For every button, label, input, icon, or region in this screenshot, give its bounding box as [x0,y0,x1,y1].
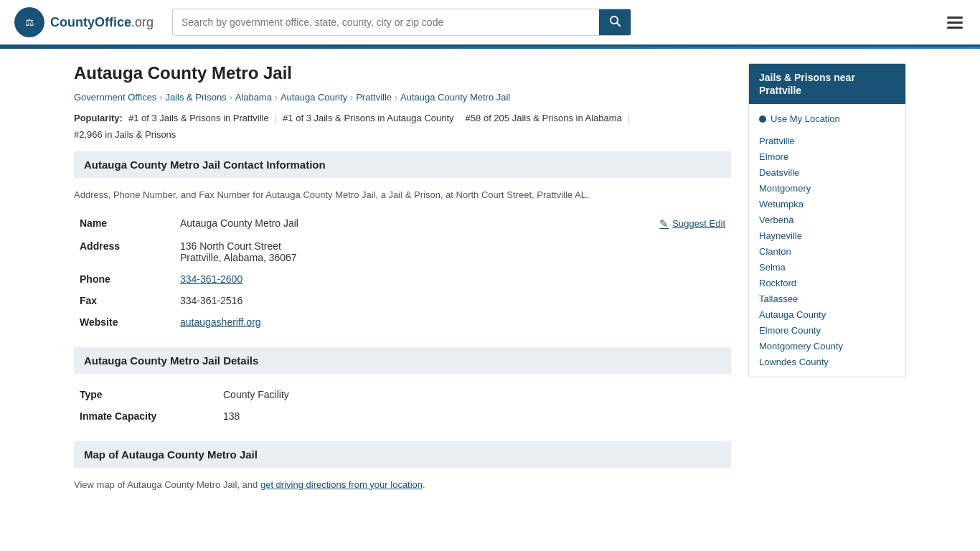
table-row-capacity: Inmate Capacity 138 [74,405,731,427]
sidebar-list: Use My Location Prattville Elmore Deatsv… [749,104,905,377]
sidebar-item-autauga-county: Autauga County [749,306,905,322]
logo-text: CountyOffice.org [50,15,154,30]
header: ⚖ CountyOffice.org [0,0,980,47]
breadcrumb: Government Offices › Jails & Prisons › A… [74,92,731,103]
logo-area: ⚖ CountyOffice.org [14,7,158,37]
sidebar-item-tallassee: Tallassee [749,291,905,306]
map-desc-end: . [423,479,425,490]
table-row-type: Type County Facility [74,384,731,405]
contact-description: Address, Phone Number, and Fax Number fo… [74,188,731,202]
sidebar-item-wetumpka: Wetumpka [749,196,905,212]
capacity-value: 138 [217,405,731,427]
svg-text:⚖: ⚖ [25,17,34,28]
table-row-name: Name Autauga County Metro Jail ✎ Suggest… [74,212,731,235]
logo-icon: ⚖ [14,7,44,37]
menu-button[interactable] [944,14,966,32]
breadcrumb-alabama[interactable]: Alabama [235,92,272,103]
table-row-website: Website autaugasheriff.org [74,311,731,333]
fax-label: Fax [74,290,174,311]
sidebar-item-rockford: Rockford [749,275,905,291]
website-value: autaugasheriff.org [174,311,731,333]
fax-value: 334-361-2516 [174,290,731,311]
popularity-item-3: #2,966 in Jails & Prisons [74,129,176,140]
use-location-link[interactable]: Use My Location [771,113,840,124]
popularity-label: Popularity: [74,113,123,123]
main-content: Autauga County Metro Jail Government Off… [60,49,920,520]
table-row-fax: Fax 334-361-2516 [74,290,731,311]
sidebar-box: Jails & Prisons near Prattville Use My L… [748,63,906,377]
details-section: Autauga County Metro Jail Details Type C… [74,347,731,427]
sidebar-item-elmore-county: Elmore County [749,322,905,338]
phone-label: Phone [74,268,174,290]
type-value: County Facility [217,384,731,405]
sidebar-item-selma: Selma [749,259,905,275]
phone-value: 334-361-2600 [174,268,731,290]
map-section: Map of Autauga County Metro Jail View ma… [74,441,731,492]
details-section-header: Autauga County Metro Jail Details [74,347,731,374]
content-area: Autauga County Metro Jail Government Off… [74,63,731,506]
contact-table: Name Autauga County Metro Jail ✎ Suggest… [74,212,731,333]
sidebar-title: Jails & Prisons near Prattville [749,64,905,104]
suggest-edit-link[interactable]: ✎ Suggest Edit [659,217,725,230]
breadcrumb-autauga[interactable]: Autauga County [281,92,347,103]
directions-link[interactable]: get driving directions from your locatio… [260,479,423,490]
address-value: 136 North Court Street Prattville, Alaba… [174,235,731,268]
map-description: View map of Autauga County Metro Jail, a… [74,478,731,492]
contact-section-header: Autauga County Metro Jail Contact Inform… [74,151,731,178]
sidebar-item-lowndes-county: Lowndes County [749,354,905,369]
map-desc-start: View map of Autauga County Metro Jail, a… [74,479,260,490]
address-label: Address [74,235,174,268]
sidebar-item-hayneville: Hayneville [749,227,905,243]
sidebar-item-clanton: Clanton [749,243,905,259]
sidebar-use-location[interactable]: Use My Location [749,111,905,130]
breadcrumb-prattville[interactable]: Prattville [356,92,392,103]
breadcrumb-gov-offices[interactable]: Government Offices [74,92,156,103]
map-section-header: Map of Autauga County Metro Jail [74,441,731,468]
suggest-edit-icon: ✎ [659,217,669,230]
website-label: Website [74,311,174,333]
type-label: Type [74,384,217,405]
phone-link[interactable]: 334-361-2600 [180,273,242,285]
capacity-label: Inmate Capacity [74,405,217,427]
location-icon [759,116,766,123]
page-title: Autauga County Metro Jail [74,63,731,83]
table-row-phone: Phone 334-361-2600 [74,268,731,290]
name-value: Autauga County Metro Jail ✎ Suggest Edit [174,212,731,235]
popularity-bar: Popularity: #1 of 3 Jails & Prisons in P… [74,113,731,140]
table-row-address: Address 136 North Court Street Prattvill… [74,235,731,268]
breadcrumb-jails[interactable]: Jails & Prisons [165,92,226,103]
details-table: Type County Facility Inmate Capacity 138 [74,384,731,427]
sidebar-item-deatsville: Deatsville [749,164,905,180]
sidebar-item-montgomery: Montgomery [749,180,905,196]
search-input[interactable] [173,11,599,34]
website-link[interactable]: autaugasheriff.org [180,316,261,328]
popularity-item-0: #1 of 3 Jails & Prisons in Prattville [128,113,269,123]
popularity-item-1: #1 of 3 Jails & Prisons in Autauga Count… [283,113,453,123]
search-bar [172,9,631,36]
sidebar-item-elmore: Elmore [749,149,905,164]
search-button[interactable] [599,9,631,35]
sidebar: Jails & Prisons near Prattville Use My L… [748,63,906,506]
name-label: Name [74,212,174,235]
svg-line-3 [617,23,620,26]
sidebar-item-montgomery-county: Montgomery County [749,338,905,354]
sidebar-item-verbena: Verbena [749,212,905,227]
sidebar-item-prattville: Prattville [749,133,905,149]
contact-section: Autauga County Metro Jail Contact Inform… [74,151,731,333]
breadcrumb-jail[interactable]: Autauga County Metro Jail [400,92,510,103]
popularity-item-2: #58 of 205 Jails & Prisons in Alabama [466,113,622,123]
